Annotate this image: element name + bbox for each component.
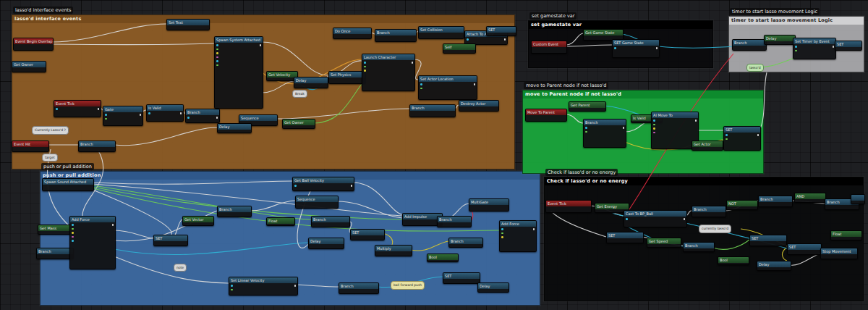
function-node[interactable] [851,194,865,204]
input-pin-icon[interactable] [216,56,218,59]
input-pin-icon[interactable] [216,64,218,67]
pure-function-node[interactable]: Self [443,43,476,54]
function-node[interactable]: Multiply [375,245,412,256]
input-pin-icon[interactable] [653,127,655,130]
function-node[interactable]: SET [350,229,385,240]
output-pin-icon[interactable] [412,62,414,64]
pure-function-node[interactable]: Get Speed [647,238,681,248]
output-pin-icon[interactable] [294,285,297,287]
function-node[interactable]: Spawn System Attached [214,36,263,109]
function-node[interactable]: Branch [375,29,417,42]
function-node[interactable]: Set Linear Velocity [229,277,298,296]
input-pin-icon[interactable] [187,117,190,119]
input-pin-icon[interactable] [364,62,366,64]
pure-function-node[interactable]: Bool [427,254,459,262]
function-node[interactable]: MultiGate [469,198,509,211]
function-node[interactable]: Branch [692,206,726,217]
input-pin-icon[interactable] [105,114,107,116]
pure-function-node[interactable]: Get Parent [569,101,606,112]
output-pin-icon[interactable] [140,114,142,116]
output-pin-icon[interactable] [757,134,760,136]
pure-function-node[interactable]: Delay [764,35,796,45]
note-pill[interactable]: Break [292,90,307,98]
event-node[interactable]: Event Begin Overlap [13,38,54,51]
function-node[interactable]: Delay [294,77,328,88]
function-node[interactable]: Stop Movement [820,248,858,259]
function-node[interactable]: Branch [409,104,456,117]
function-node[interactable]: SET [486,26,516,36]
input-pin-icon[interactable] [216,49,218,51]
function-node[interactable]: SET [835,41,862,51]
pure-function-node[interactable]: Get Vector [182,216,214,226]
input-pin-icon[interactable] [626,218,628,220]
input-pin-icon[interactable] [726,138,728,141]
note-pill[interactable]: target [42,154,58,162]
function-node[interactable]: Set Collision [418,26,464,39]
input-pin-icon[interactable] [653,132,655,134]
function-node[interactable]: Delay [757,261,791,271]
pure-function-node[interactable]: Float [266,217,295,226]
function-node[interactable]: Set Physics [328,71,366,84]
input-pin-icon[interactable] [726,134,728,136]
input-pin-icon[interactable] [231,285,233,287]
input-pin-icon[interactable] [585,131,587,133]
function-node[interactable]: Is Valid [146,104,184,122]
function-node[interactable]: Get Owner [12,61,46,72]
input-pin-icon[interactable] [467,38,469,41]
input-pin-icon[interactable] [420,83,422,85]
note-pill[interactable]: currently lasso'd [699,225,731,233]
input-pin-icon[interactable] [653,120,655,122]
function-node[interactable]: Destroy Actor [459,100,499,112]
pure-function-node[interactable]: Get Mass [38,225,72,235]
input-pin-icon[interactable] [795,50,797,52]
pure-function-node[interactable]: AND [794,193,826,203]
input-pin-icon[interactable] [364,66,366,68]
function-node[interactable]: Set Actor Location [418,75,477,100]
input-pin-icon[interactable] [364,70,366,72]
input-pin-icon[interactable] [585,127,587,129]
function-node[interactable]: Branch [732,39,767,51]
function-node[interactable]: SET [443,272,480,284]
function-node[interactable]: Add Force [69,216,116,269]
input-pin-icon[interactable] [231,289,233,291]
event-node[interactable]: Event Hit [12,141,49,152]
function-node[interactable]: Branch [36,248,74,259]
function-node[interactable]: Branch [311,216,350,227]
function-node[interactable]: Add Force [499,220,537,252]
function-node[interactable]: Do Once [333,28,372,39]
output-pin-icon[interactable] [656,47,658,49]
function-node[interactable]: SET [723,126,761,151]
function-node[interactable]: SET [606,232,644,243]
pure-function-node[interactable]: Bool [718,256,749,265]
input-pin-icon[interactable] [501,228,503,230]
output-pin-icon[interactable] [260,44,262,46]
function-node[interactable]: Branch [339,282,379,294]
output-pin-icon[interactable] [695,120,697,122]
input-pin-icon[interactable] [614,47,616,49]
function-node[interactable]: Branch [683,242,715,252]
output-pin-icon[interactable] [112,224,114,226]
function-node[interactable]: SET [153,235,188,246]
input-pin-icon[interactable] [653,124,655,126]
output-pin-icon[interactable] [623,127,625,129]
function-node[interactable]: Branch [448,238,483,248]
function-node[interactable]: SET [787,243,822,255]
input-pin-icon[interactable] [72,224,74,226]
output-pin-icon[interactable] [684,218,686,220]
function-node[interactable]: Cast To BP_Ball [624,210,687,227]
output-pin-icon[interactable] [833,46,835,48]
event-node[interactable]: Event Tick [54,100,101,117]
blueprint-graph-canvas[interactable]: lasso'd interface eventslasso'd interfac… [0,0,868,310]
input-pin-icon[interactable] [72,236,74,238]
output-pin-icon[interactable] [98,108,100,110]
function-node[interactable]: Branch [583,119,626,148]
input-pin-icon[interactable] [72,232,74,234]
input-pin-icon[interactable] [72,228,74,230]
output-pin-icon[interactable] [216,117,218,119]
input-pin-icon[interactable] [294,185,297,187]
function-node[interactable]: Delay [308,238,344,249]
output-pin-icon[interactable] [533,228,535,230]
function-node[interactable]: Spawn Sound Attached [42,178,94,191]
function-node[interactable]: Branch [78,141,116,152]
output-pin-icon[interactable] [504,38,506,41]
